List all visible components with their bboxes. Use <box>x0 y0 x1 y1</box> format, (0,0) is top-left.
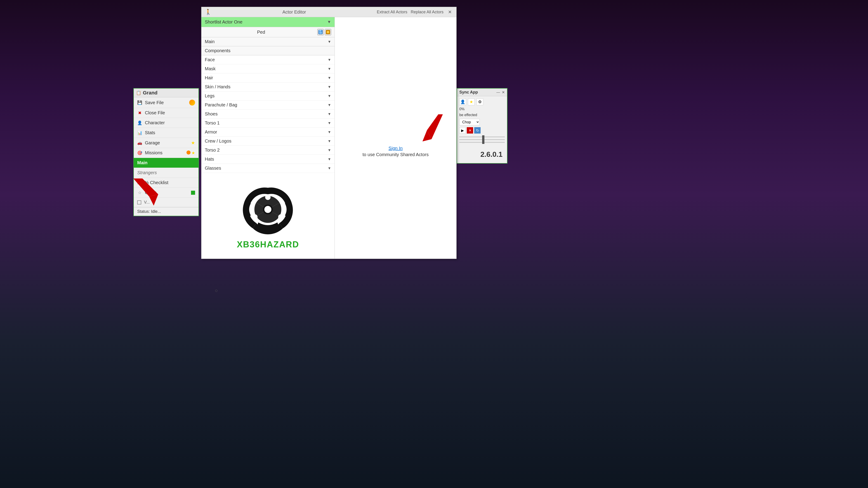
component-shoes[interactable]: Shoes ▼ <box>202 109 335 119</box>
component-skin-hands-arrow: ▼ <box>328 85 331 89</box>
component-hats-arrow: ▼ <box>328 157 331 161</box>
main-dropdown-label: Main <box>205 39 215 44</box>
actor-editor-window: 🚶 Actor Editor Extract All Actors Replac… <box>201 7 457 259</box>
save-icon: 💾 <box>137 100 142 105</box>
status-bar: Status: Idle... <box>134 207 198 216</box>
sync-percent-row: 0% <box>459 107 505 111</box>
extract-all-actors-link[interactable]: Extract All Actors <box>377 10 407 14</box>
save-file-label: Save File <box>145 100 164 105</box>
component-skin-hands-label: Skin / Hands <box>205 84 230 90</box>
svg-point-6 <box>265 206 272 213</box>
sync-icons-row: 👤 ★ ⚙ <box>459 98 505 105</box>
shortlist-label: Shortlist Actor One <box>205 20 327 25</box>
ped-icons <box>317 29 331 35</box>
sync-app-panel: Sync App — ✕ 👤 ★ ⚙ 0% be effected Chop ▶… <box>457 88 507 164</box>
sign-in-area: Sign In to use Community Shared Actors <box>339 110 452 166</box>
sign-in-link[interactable]: Sign In <box>389 146 403 151</box>
sidebar-item-garage[interactable]: 🚗 Garage ★ <box>134 138 198 148</box>
sidebar-item-save-file[interactable]: 💾 Save File <box>134 97 198 108</box>
slider-track-3[interactable] <box>459 142 505 143</box>
component-torso1-arrow: ▼ <box>328 121 331 125</box>
version-number: 2.6.0.1 <box>459 148 505 161</box>
component-hair[interactable]: Hair ▼ <box>202 73 335 83</box>
component-glasses[interactable]: Glasses ▼ <box>202 164 335 173</box>
sync-user-icon-button[interactable]: 👤 <box>459 98 466 105</box>
logo-area: XB36HAZARD <box>202 173 335 259</box>
brand-name: XB36HAZARD <box>237 240 299 250</box>
ped-load-button[interactable] <box>325 29 331 35</box>
sync-minimize-button[interactable]: — <box>496 90 500 94</box>
svg-marker-4 <box>327 31 329 33</box>
actor-editor-title: Actor Editor <box>212 9 377 15</box>
component-torso1[interactable]: Torso 1 ▼ <box>202 119 335 128</box>
component-shoes-label: Shoes <box>205 111 218 117</box>
component-skin-hands[interactable]: Skin / Hands ▼ <box>202 83 335 92</box>
component-mask[interactable]: Mask ▼ <box>202 64 335 73</box>
component-armor-label: Armor <box>205 129 217 135</box>
sync-close-button[interactable]: ✕ <box>502 90 505 94</box>
ped-label: Ped <box>205 30 317 35</box>
replace-all-actors-link[interactable]: Replace All Actors <box>411 10 443 14</box>
sidebar-item-close-file[interactable]: ✖ Close File <box>134 108 198 118</box>
sidebar-item-character[interactable]: 👤 Character <box>134 118 198 128</box>
sync-star-icon-button[interactable]: ★ <box>468 98 475 105</box>
components-header: Components <box>202 46 335 55</box>
sign-in-section: Sign In to use Community Shared Actors <box>363 146 429 157</box>
ped-save-button[interactable] <box>317 29 324 35</box>
biohazard-svg <box>241 182 295 236</box>
component-crew-logos[interactable]: Crew / Logos ▼ <box>202 137 335 146</box>
component-armor[interactable]: Armor ▼ <box>202 128 335 137</box>
actor-editor-content: Shortlist Actor One ▼ Ped <box>202 17 456 259</box>
components-label: Components <box>205 48 230 53</box>
sync-stop-button[interactable]: ✕ <box>467 127 473 133</box>
slider-track-2[interactable] <box>459 139 505 140</box>
svg-point-9 <box>252 214 258 220</box>
component-hats-label: Hats <box>205 157 214 162</box>
gta-panel-titlebar: 📋 Grand <box>134 89 198 97</box>
component-torso2[interactable]: Torso 2 ▼ <box>202 146 335 155</box>
other-green-badge <box>191 191 195 195</box>
garage-star-icon: ★ <box>191 140 195 145</box>
sidebar-item-missions[interactable]: 🎯 Missions ★ <box>134 148 198 158</box>
component-parachute-bag[interactable]: Parachute / Bag ▼ <box>202 101 335 109</box>
sync-app-title: Sync App <box>459 90 478 95</box>
component-legs[interactable]: Legs ▼ <box>202 92 335 101</box>
sync-play-button[interactable]: ▶ <box>459 127 466 133</box>
component-hats[interactable]: Hats ▼ <box>202 155 335 164</box>
sync-effected-text: be effected <box>459 113 477 117</box>
main-label: Main <box>137 160 148 165</box>
sync-app-content: 👤 ★ ⚙ 0% be effected Chop ▶ ✕ ↻ <box>457 96 507 163</box>
missions-star-icon: ★ <box>191 151 195 156</box>
sync-sliders <box>459 135 505 146</box>
svg-rect-2 <box>319 32 322 34</box>
gta-panel-icon: 📋 <box>136 90 141 95</box>
sign-in-description: to use Community Shared Actors <box>363 152 429 157</box>
slider-track-1[interactable] <box>459 136 505 137</box>
missions-label: Missions <box>145 150 162 156</box>
component-shoes-arrow: ▼ <box>328 112 331 116</box>
component-face-arrow: ▼ <box>328 58 331 62</box>
walk-icon: 🚶 <box>205 9 212 15</box>
sidebar-item-stats[interactable]: 📊 Stats <box>134 128 198 138</box>
shortlist-arrow-icon: ▼ <box>327 20 331 24</box>
chop-dropdown: Chop <box>459 119 505 125</box>
component-torso2-arrow: ▼ <box>328 148 331 152</box>
shortlist-bar[interactable]: Shortlist Actor One ▼ <box>202 17 335 27</box>
save-icon-circle <box>189 100 195 105</box>
red-arrow-gta-icon <box>131 176 163 208</box>
main-dropdown[interactable]: Main ▼ <box>202 37 335 46</box>
sidebar-item-main[interactable]: Main <box>134 158 198 168</box>
component-face-label: Face <box>205 57 215 62</box>
component-face[interactable]: Face ▼ <box>202 55 335 64</box>
biohazard-logo: XB36HAZARD <box>237 182 299 250</box>
sync-refresh-button[interactable]: ↻ <box>474 127 480 133</box>
svg-point-7 <box>265 195 271 200</box>
slider-thumb-3[interactable] <box>482 141 485 144</box>
sync-settings-icon-button[interactable]: ⚙ <box>476 98 483 105</box>
close-file-label: Close File <box>145 110 165 116</box>
actor-editor-close-button[interactable]: ✕ <box>447 9 453 15</box>
chop-select[interactable]: Chop <box>459 119 480 125</box>
svg-point-8 <box>278 214 284 220</box>
component-legs-arrow: ▼ <box>328 94 331 98</box>
actor-editor-right-panel: Sign In to use Community Shared Actors <box>335 17 456 259</box>
